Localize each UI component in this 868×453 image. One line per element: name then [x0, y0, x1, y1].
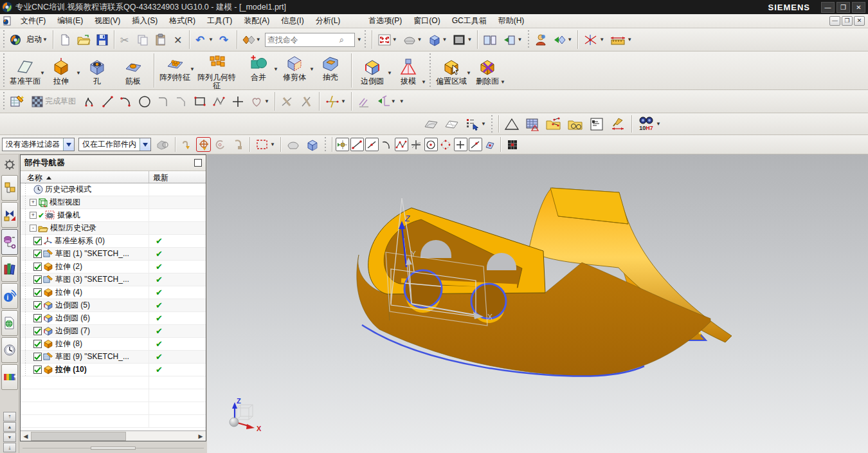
background-button[interactable]: ▼: [449, 32, 475, 48]
point-set-button[interactable]: [543, 115, 565, 133]
feature-checkbox[interactable]: [33, 237, 42, 245]
menu-10[interactable]: 首选项(P): [363, 14, 408, 28]
dropdown-arrow-icon[interactable]: ▼: [341, 98, 346, 104]
menu-12[interactable]: GC工具箱: [446, 14, 493, 28]
feature-checkbox[interactable]: [33, 314, 42, 322]
expander-plus-icon[interactable]: +: [30, 212, 37, 219]
pane-swap-button[interactable]: [480, 32, 500, 48]
undo-button[interactable]: ↶▼: [192, 32, 216, 48]
chamfer-button[interactable]: [172, 93, 190, 111]
minimize-button[interactable]: —: [821, 2, 835, 13]
render-style-button[interactable]: ▼: [400, 32, 425, 48]
dropdown-arrow-icon[interactable]: ▼: [599, 37, 604, 42]
dropdown-arrow-icon[interactable]: ▼: [270, 142, 275, 147]
perpendicular-constraint-button[interactable]: ▼: [374, 93, 399, 111]
restore-button[interactable]: ❐: [836, 2, 850, 13]
dropdown-arrow-icon[interactable]: ▼: [256, 37, 261, 42]
menu-1[interactable]: 文件(F): [15, 14, 51, 28]
annotation-editor-button[interactable]: [522, 115, 543, 133]
new-file-button[interactable]: [56, 32, 74, 48]
scroll-right-icon[interactable]: ▶: [195, 432, 206, 441]
dropdown-arrow-icon[interactable]: ▼: [208, 37, 213, 42]
point-on-curve-icon[interactable]: [469, 138, 482, 151]
column-latest-header[interactable]: 最新: [149, 171, 206, 183]
quick-trim-button[interactable]: [278, 93, 297, 111]
menu-13[interactable]: 帮助(H): [493, 14, 530, 28]
tree-item[interactable]: +模型视图: [21, 196, 206, 209]
cut-button[interactable]: ✂: [117, 32, 134, 48]
copy-button[interactable]: [134, 32, 152, 48]
menu-7[interactable]: 装配(A): [238, 14, 275, 28]
mid-point-icon[interactable]: [365, 138, 379, 151]
toolbar-grip[interactable]: [364, 30, 367, 49]
toolbar-grip[interactable]: [428, 53, 431, 88]
tree-item[interactable]: 边倒圆 (5)✔: [21, 299, 206, 312]
column-name-header[interactable]: 名称: [21, 171, 149, 183]
finish-sketch-button[interactable]: 完成草图: [28, 93, 81, 111]
dropdown-arrow-icon[interactable]: ▼: [627, 37, 632, 42]
dropdown-arrow-icon[interactable]: ▼: [567, 37, 572, 42]
rectangle-button[interactable]: [190, 93, 210, 111]
toolbar-grip[interactable]: [527, 30, 530, 49]
feature-checkbox[interactable]: [33, 288, 42, 297]
end-point-icon[interactable]: [350, 138, 364, 151]
tree-item[interactable]: 拉伸 (8)✔: [21, 338, 206, 351]
resource-web-browser-button[interactable]: [1, 310, 18, 336]
tolerance-search-button[interactable]: 10H7▼: [635, 114, 664, 134]
open-button[interactable]: [74, 32, 93, 48]
dropdown-arrow-icon[interactable]: ▼: [517, 37, 522, 42]
menu-11[interactable]: 窗口(O): [408, 14, 446, 28]
existing-point-icon[interactable]: [454, 138, 467, 151]
ruler-button[interactable]: ▼: [607, 32, 635, 48]
feature-rib-button[interactable]: 筋板: [115, 55, 151, 86]
more-dropdown-arrow-icon[interactable]: ▼: [399, 98, 404, 104]
line-button[interactable]: [99, 93, 117, 111]
feature-pattern-feature-button[interactable]: 阵列特征▼: [157, 51, 193, 82]
feature-checkbox[interactable]: [33, 327, 42, 335]
feature-checkbox[interactable]: [33, 365, 42, 374]
constraints-button[interactable]: ▼: [322, 93, 348, 111]
profile-button[interactable]: [81, 93, 99, 111]
rotate-point-button[interactable]: [211, 136, 229, 153]
dropdown-arrow-icon[interactable]: ▼: [421, 79, 426, 85]
more-shapes-button[interactable]: ▼: [247, 93, 272, 111]
sync-view-button[interactable]: ▼: [550, 32, 575, 48]
feature-checkbox[interactable]: [33, 353, 42, 361]
find-dropdown-arrow-icon[interactable]: ▼: [357, 37, 362, 42]
feature-trim-body-button[interactable]: 修剪体▼: [276, 51, 312, 82]
quadrant-icon[interactable]: [439, 138, 453, 151]
pane-swap2-button[interactable]: ▼: [500, 32, 525, 48]
feature-checkbox[interactable]: [33, 263, 42, 271]
combo-arrow-icon[interactable]: [140, 138, 150, 151]
curve-group-button[interactable]: [565, 115, 586, 133]
tree-item[interactable]: 历史记录模式: [21, 183, 206, 196]
float-panel-button[interactable]: [194, 159, 202, 167]
sketch-in-task-button[interactable]: ✦: [7, 93, 28, 111]
menu-4[interactable]: 插入(S): [126, 14, 163, 28]
tree-item[interactable]: 边倒圆 (6)✔: [21, 312, 206, 325]
intersection-icon[interactable]: [410, 138, 423, 151]
redo-button[interactable]: ↷: [216, 32, 234, 48]
nx-start-logo-icon[interactable]: [7, 32, 24, 48]
menu-5[interactable]: 格式(R): [163, 14, 201, 28]
feature-checkbox[interactable]: [33, 301, 42, 310]
scroll-left-icon[interactable]: ◀: [21, 432, 31, 441]
dropdown-arrow-icon[interactable]: ▼: [417, 37, 422, 42]
feature-delete-face-button[interactable]: 删除面▼: [469, 55, 505, 86]
expander-minus-icon[interactable]: -: [30, 225, 37, 232]
quick-extend-button[interactable]: [297, 93, 316, 111]
feature-edge-blend-button[interactable]: 边倒圆▼: [354, 55, 390, 86]
tree-item[interactable]: 草图 (1) "SKETCH_...✔: [21, 248, 206, 261]
dropdown-arrow-icon[interactable]: ▼: [467, 37, 472, 42]
studio-spline-button[interactable]: [210, 93, 229, 111]
toolbar-grip[interactable]: [2, 53, 5, 88]
toolbar-grip[interactable]: [2, 30, 5, 49]
menu-6[interactable]: 工具(T): [201, 14, 238, 28]
feature-unite-button[interactable]: 合并▼: [240, 51, 276, 82]
scroll-thumb[interactable]: [31, 432, 126, 441]
snap-orient-button[interactable]: [197, 138, 210, 151]
face-analysis2-button[interactable]: [442, 116, 462, 133]
toolbar-grip[interactable]: [491, 115, 494, 133]
tree-item[interactable]: 边倒圆 (7)✔: [21, 325, 206, 338]
tree-item[interactable]: 拉伸 (10)✔: [21, 364, 206, 376]
